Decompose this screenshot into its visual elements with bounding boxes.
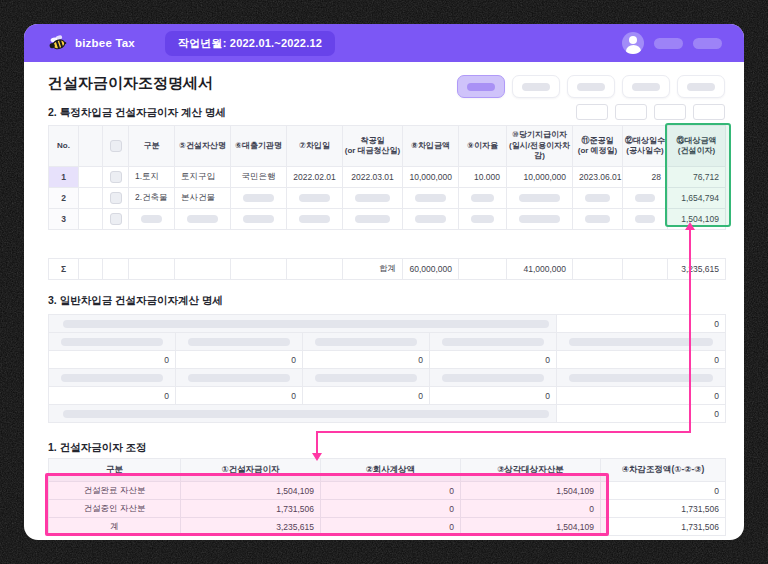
cell-rate[interactable]: 10.000: [459, 167, 507, 188]
app-card: bizbee Tax 작업년월: 2022.01.~2022.12 건설자금이자…: [24, 24, 744, 540]
toolbar-button-2[interactable]: [512, 75, 560, 98]
avatar-button[interactable]: [622, 32, 644, 54]
header-action-button-2[interactable]: [693, 38, 722, 49]
header-action-button-1[interactable]: [654, 38, 683, 49]
cell-borrow-date[interactable]: [287, 188, 343, 209]
redacted-text-placeholder: [471, 194, 494, 202]
sum-target-amount: 3,235,615: [668, 259, 726, 280]
cell-target-amount[interactable]: 1,654,794: [668, 188, 726, 209]
cell-lender[interactable]: [231, 188, 287, 209]
zero-value-cell[interactable]: 0: [49, 387, 176, 405]
small-button-4[interactable]: [693, 104, 725, 120]
zero-value-cell[interactable]: 0: [557, 405, 726, 423]
row-checkbox[interactable]: [110, 171, 122, 183]
cell-asset[interactable]: 토지구입: [175, 167, 231, 188]
cell-complete-date[interactable]: [573, 188, 623, 209]
zero-value-cell[interactable]: 0: [430, 351, 557, 369]
redacted-text-placeholder: [315, 374, 417, 382]
cell-start-date[interactable]: 2022.03.01: [343, 167, 403, 188]
blank-cell: [79, 167, 103, 188]
label-cell: [176, 369, 303, 387]
cell-paid-interest[interactable]: [507, 188, 573, 209]
section2-heading: 2. 특정차입금 건설자금이자 계산 명세: [48, 106, 226, 120]
redacted-text-placeholder: [415, 215, 446, 223]
brand-label: bizbee Tax: [75, 37, 135, 49]
small-button-3[interactable]: [654, 104, 686, 120]
cell-paid-interest[interactable]: [507, 209, 573, 230]
zero-value-cell[interactable]: 0: [557, 315, 726, 333]
cell-days[interactable]: [623, 188, 668, 209]
cell-adjustment: 0: [601, 482, 726, 500]
cell-amount[interactable]: 10,000,000: [403, 167, 459, 188]
cell-borrow-date[interactable]: [287, 209, 343, 230]
cell-gubun[interactable]: 2.건축물: [129, 188, 175, 209]
redacted-text-placeholder: [585, 194, 610, 202]
zero-value-cell[interactable]: 0: [557, 351, 726, 369]
small-button-2[interactable]: [615, 104, 647, 120]
row-checkbox[interactable]: [110, 192, 122, 204]
label-cell: [49, 369, 176, 387]
redacted-text-placeholder: [519, 194, 560, 202]
cell-borrow-date[interactable]: 2022.02.01: [287, 167, 343, 188]
toolbar: [457, 75, 725, 98]
toolbar-button-3[interactable]: [567, 75, 615, 98]
toolbar-button-1-active[interactable]: [457, 75, 505, 98]
cell-rate[interactable]: [459, 209, 507, 230]
redacted-text-placeholder: [61, 338, 163, 346]
zero-value-cell[interactable]: 0: [176, 387, 303, 405]
zero-value-cell[interactable]: 0: [176, 351, 303, 369]
cell-start-date[interactable]: [343, 188, 403, 209]
table-row: 0: [49, 315, 726, 333]
blank-cell: [79, 188, 103, 209]
zero-value-cell[interactable]: 0: [303, 351, 430, 369]
cell-complete-date[interactable]: 2023.06.01: [573, 167, 623, 188]
cell-rate[interactable]: [459, 188, 507, 209]
row-label: 건설완료 자산분: [49, 482, 181, 500]
col-header-start-date: 착공일 (or 대금청산일): [343, 126, 403, 167]
label-cell: [303, 369, 430, 387]
zero-value-cell[interactable]: 0: [303, 387, 430, 405]
select-all-checkbox[interactable]: [110, 140, 122, 152]
row-number-cell[interactable]: 2: [49, 188, 79, 209]
redacted-text-placeholder: [569, 338, 713, 346]
small-button-1[interactable]: [576, 104, 608, 120]
col-header-amount: ⑧차입금액: [403, 126, 459, 167]
col-header-complete-date: ⑪준공일 (or 예정일): [573, 126, 623, 167]
cell-asset[interactable]: 본사건물: [175, 188, 231, 209]
cell-paid-interest[interactable]: 10,000,000: [507, 167, 573, 188]
zero-value-cell[interactable]: 0: [557, 387, 726, 405]
cell-lender[interactable]: 국민은행: [231, 167, 287, 188]
table-row: 0 0 0 0 0: [49, 351, 726, 369]
section2-table: No. 구분 ⑤건설자산명 ⑥대출기관명 ⑦차입일 착공일 (or 대금청산일)…: [48, 125, 726, 230]
zero-value-cell[interactable]: 0: [430, 387, 557, 405]
section2-sum-row: Σ 합계 60,000,000 41,000,000 3,235,615: [48, 258, 726, 280]
row-number-cell[interactable]: 3: [49, 209, 79, 230]
redacted-text-placeholder: [299, 194, 330, 202]
cell-construction-interest: 3,235,615: [181, 518, 321, 536]
col-header-gubun: 구분: [49, 459, 181, 482]
col-header-asset: ⑤건설자산명: [175, 126, 231, 167]
section3-heading: 3. 일반차입금 건설자금이자계산 명세: [48, 294, 223, 308]
cell-target-amount[interactable]: 76,712: [668, 167, 726, 188]
table-row: 건설완료 자산분 1,504,109 0 1,504,109 0: [49, 482, 726, 500]
row-number-cell[interactable]: 1: [49, 167, 79, 188]
redacted-text-placeholder: [61, 374, 163, 382]
cell-complete-date[interactable]: [573, 209, 623, 230]
redacted-text-placeholder: [442, 374, 544, 382]
cell-target-amount[interactable]: 1,504,109: [668, 209, 726, 230]
toolbar-button-5[interactable]: [677, 75, 725, 98]
cell-start-date[interactable]: [343, 209, 403, 230]
cell-amount[interactable]: [403, 209, 459, 230]
sum-paid-interest: 41,000,000: [507, 259, 573, 280]
row-checkbox[interactable]: [110, 213, 122, 225]
cell-asset[interactable]: [175, 209, 231, 230]
zero-value-cell[interactable]: 0: [49, 351, 176, 369]
cell-days[interactable]: 28: [623, 167, 668, 188]
cell-lender[interactable]: [231, 209, 287, 230]
cell-amount[interactable]: [403, 188, 459, 209]
toolbar-button-4[interactable]: [622, 75, 670, 98]
cell-gubun[interactable]: [129, 209, 175, 230]
col-header-no: No.: [49, 126, 79, 167]
cell-days[interactable]: [623, 209, 668, 230]
cell-gubun[interactable]: 1.토지: [129, 167, 175, 188]
